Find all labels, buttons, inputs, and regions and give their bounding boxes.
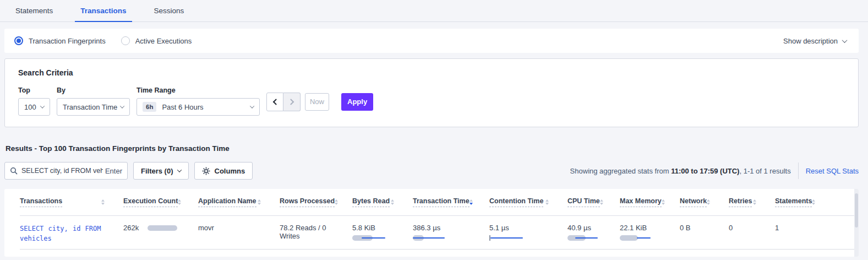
chevron-down-icon — [177, 167, 181, 172]
max-memory-bar — [620, 235, 664, 241]
sort-icon[interactable] — [335, 199, 338, 205]
transactions-table: Transactions Execution Count Application… — [4, 189, 859, 257]
tab-sessions[interactable]: Sessions — [152, 7, 187, 21]
radio-active-executions[interactable]: Active Executions — [121, 36, 192, 45]
radio-selected-icon — [14, 36, 23, 45]
execution-count-bar — [148, 225, 177, 231]
cpu-time-bar — [567, 235, 612, 241]
contention-time-value: 5.1 µs — [489, 224, 556, 232]
cell-retries: 0 — [729, 216, 775, 249]
column-header-network[interactable]: Network — [680, 197, 729, 207]
cell-cpu-time: 40.9 µs — [567, 216, 620, 249]
chevron-down-icon — [120, 104, 124, 108]
application-name-value: movr — [198, 224, 214, 232]
search-box[interactable]: Enter — [4, 162, 128, 180]
aggregated-stats-text: Showing aggregated stats from 11:00 to 1… — [570, 167, 791, 175]
tab-transactions[interactable]: Transactions — [78, 7, 128, 21]
columns-button[interactable]: Columns — [194, 162, 253, 180]
search-icon — [10, 167, 18, 175]
bytes-read-bar — [352, 235, 396, 241]
time-range-pager — [266, 93, 301, 111]
sort-icon[interactable] — [707, 199, 710, 205]
bytes-read-value: 5.8 KiB — [352, 224, 402, 232]
execution-count-value: 262k — [123, 224, 139, 232]
chevron-down-icon — [842, 37, 848, 43]
apply-button[interactable]: Apply — [341, 93, 373, 111]
radio-label: Transaction Fingerprints — [29, 37, 106, 45]
retries-value: 0 — [729, 224, 733, 232]
chevron-down-icon — [40, 104, 45, 108]
search-criteria-panel: Search Criteria Top 100 By Transaction T… — [4, 58, 859, 127]
by-label: By — [57, 86, 130, 94]
cell-contention-time: 5.1 µs — [489, 216, 567, 249]
by-select[interactable]: Transaction Time — [57, 98, 130, 116]
sort-icon[interactable] — [470, 199, 473, 205]
cell-rows-processed: 78.2 Reads / 0 Writes — [280, 216, 352, 249]
now-button[interactable]: Now — [305, 93, 329, 111]
cell-network: 0 B — [680, 216, 729, 249]
column-header-contention-time[interactable]: Contention Time — [489, 197, 567, 207]
page-tab-bar: Statements Transactions Sessions — [0, 0, 868, 22]
results-controls-row: Enter Filters (0) Columns Showing aggreg… — [4, 162, 859, 180]
top-select-value: 100 — [24, 103, 36, 111]
column-header-max-memory[interactable]: Max Memory — [620, 197, 680, 207]
show-description-toggle[interactable]: Show description — [783, 37, 849, 45]
by-field: By Transaction Time — [57, 86, 130, 116]
column-header-retries[interactable]: Retries — [729, 197, 775, 207]
next-time-window-button[interactable] — [283, 93, 301, 111]
sort-icon[interactable] — [258, 199, 261, 205]
sort-icon[interactable] — [178, 199, 181, 205]
time-range-value: Past 6 Hours — [162, 103, 203, 111]
table-scrollbar-track — [854, 189, 859, 257]
search-input[interactable] — [21, 167, 103, 175]
contention-time-bar — [489, 235, 533, 241]
statements-value: 1 — [775, 224, 779, 232]
chevron-right-icon — [288, 99, 294, 105]
column-header-cpu-time[interactable]: CPU Time — [567, 197, 620, 207]
cell-bytes-read: 5.8 KiB — [352, 216, 413, 249]
time-range-label: Time Range — [137, 86, 260, 94]
top-select[interactable]: 100 — [18, 98, 50, 116]
sort-icon[interactable] — [101, 199, 105, 205]
column-header-execution-count[interactable]: Execution Count — [123, 197, 198, 207]
cell-application-name: movr — [198, 216, 280, 249]
column-header-rows-processed[interactable]: Rows Processed — [280, 197, 352, 207]
reset-sql-stats-link[interactable]: Reset SQL Stats — [806, 167, 859, 175]
transaction-time-bar — [413, 235, 457, 241]
time-range-select[interactable]: 6h Past 6 Hours — [137, 98, 260, 116]
previous-time-window-button[interactable] — [266, 93, 283, 111]
column-header-transactions[interactable]: Transactions — [20, 197, 123, 207]
column-header-bytes-read[interactable]: Bytes Read — [352, 197, 413, 207]
search-criteria-title: Search Criteria — [18, 68, 845, 77]
cell-transaction-time: 386.3 µs — [413, 216, 489, 249]
search-submit-enter[interactable]: Enter — [105, 167, 122, 175]
column-header-statements[interactable]: Statements — [775, 197, 830, 207]
cell-execution-count: 262k — [123, 216, 198, 249]
column-header-application-name[interactable]: Application Name — [198, 197, 280, 207]
filters-button[interactable]: Filters (0) — [133, 162, 189, 180]
sort-icon[interactable] — [545, 199, 549, 205]
chevron-down-icon — [250, 104, 254, 108]
column-header-transaction-time[interactable]: Transaction Time — [413, 197, 489, 207]
max-memory-value: 22.1 KiB — [620, 224, 669, 232]
sort-icon[interactable] — [812, 199, 815, 205]
cpu-time-value: 40.9 µs — [567, 224, 609, 232]
sort-icon[interactable] — [753, 199, 756, 205]
transaction-sql-link[interactable]: SELECT city, id FROM vehicles — [20, 224, 108, 243]
tab-statements[interactable]: Statements — [13, 7, 55, 21]
cell-max-memory: 22.1 KiB — [620, 216, 680, 249]
sort-icon[interactable] — [391, 199, 394, 205]
sort-icon[interactable] — [600, 199, 603, 205]
filters-label: Filters (0) — [141, 167, 173, 175]
stats-group: Showing aggregated stats from 11:00 to 1… — [570, 162, 859, 179]
table-scrollbar-thumb[interactable] — [855, 193, 858, 228]
view-toggle-panel: Transaction Fingerprints Active Executio… — [4, 29, 859, 53]
time-range-field: Time Range 6h Past 6 Hours — [137, 86, 260, 116]
by-select-value: Transaction Time — [63, 103, 117, 111]
top-label: Top — [18, 86, 50, 94]
sort-icon[interactable] — [662, 199, 665, 205]
columns-label: Columns — [215, 167, 245, 175]
transaction-time-value: 386.3 µs — [413, 224, 478, 232]
radio-transaction-fingerprints[interactable]: Transaction Fingerprints — [14, 36, 106, 45]
radio-unselected-icon — [121, 36, 130, 45]
